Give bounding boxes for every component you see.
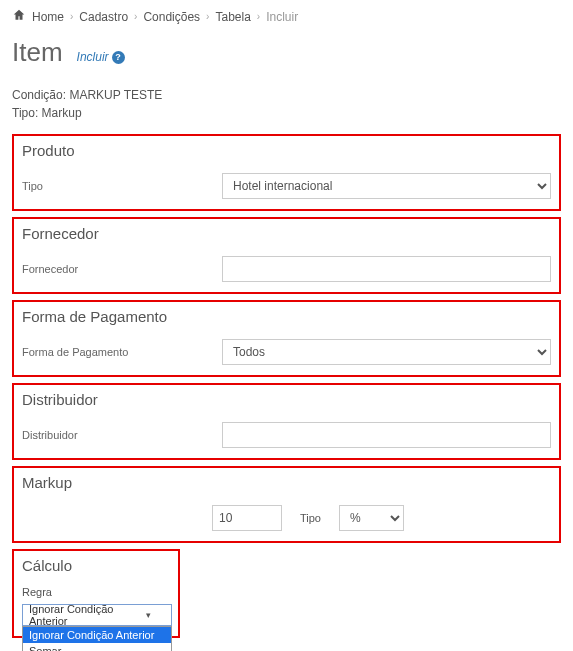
regra-label: Regra — [22, 586, 170, 598]
regra-option-1[interactable]: Somar — [23, 643, 171, 651]
panel-calculo-title: Cálculo — [22, 557, 170, 574]
panel-fornecedor-title: Fornecedor — [22, 225, 551, 242]
breadcrumb-cadastro[interactable]: Cadastro — [79, 10, 128, 24]
fornecedor-input[interactable] — [222, 256, 551, 282]
breadcrumb: Home › Cadastro › Condições › Tabela › I… — [12, 8, 561, 25]
breadcrumb-home[interactable]: Home — [32, 10, 64, 24]
regra-dropdown: Ignorar Condição Anterior Somar Ignorar … — [22, 626, 172, 651]
panel-produto-title: Produto — [22, 142, 551, 159]
panel-distribuidor-title: Distribuidor — [22, 391, 551, 408]
chevron-right-icon: › — [70, 11, 73, 22]
page-subtitle: Incluir ? — [77, 50, 125, 64]
panel-produto: Produto Tipo Hotel internacional — [12, 134, 561, 211]
pagamento-label: Forma de Pagamento — [22, 346, 212, 358]
panel-fornecedor: Fornecedor Fornecedor — [12, 217, 561, 294]
chevron-right-icon: › — [134, 11, 137, 22]
page-title: Item — [12, 37, 63, 68]
produto-tipo-select[interactable]: Hotel internacional — [222, 173, 551, 199]
regra-select[interactable]: Ignorar Condição Anterior ▾ — [22, 604, 172, 626]
info-condicao-value: MARKUP TESTE — [69, 88, 162, 102]
regra-option-0[interactable]: Ignorar Condição Anterior — [23, 627, 171, 643]
panel-markup: Markup Tipo % — [12, 466, 561, 543]
distribuidor-input[interactable] — [222, 422, 551, 448]
info-tipo-label: Tipo: — [12, 106, 38, 120]
info-condicao-label: Condição: — [12, 88, 66, 102]
panel-calculo: Cálculo Regra Ignorar Condição Anterior … — [12, 549, 180, 638]
produto-tipo-label: Tipo — [22, 180, 212, 192]
info-tipo: Tipo: Markup — [12, 104, 561, 122]
chevron-right-icon: › — [257, 11, 260, 22]
page-header: Item Incluir ? — [12, 37, 561, 68]
breadcrumb-tabela[interactable]: Tabela — [215, 10, 250, 24]
fornecedor-label: Fornecedor — [22, 263, 212, 275]
panel-pagamento-title: Forma de Pagamento — [22, 308, 551, 325]
panel-pagamento: Forma de Pagamento Forma de Pagamento To… — [12, 300, 561, 377]
markup-tipo-select[interactable]: % — [339, 505, 404, 531]
markup-tipo-label: Tipo — [300, 512, 321, 524]
markup-value-input[interactable] — [212, 505, 282, 531]
distribuidor-label: Distribuidor — [22, 429, 212, 441]
breadcrumb-condicoes[interactable]: Condições — [143, 10, 200, 24]
chevron-down-icon: ▾ — [146, 610, 151, 620]
panel-distribuidor: Distribuidor Distribuidor — [12, 383, 561, 460]
panel-markup-title: Markup — [22, 474, 551, 491]
subtitle-text: Incluir — [77, 50, 109, 64]
regra-select-value: Ignorar Condição Anterior — [29, 603, 146, 627]
chevron-right-icon: › — [206, 11, 209, 22]
info-tipo-value: Markup — [42, 106, 82, 120]
home-icon[interactable] — [12, 8, 26, 25]
breadcrumb-incluir: Incluir — [266, 10, 298, 24]
info-block: Condição: MARKUP TESTE Tipo: Markup — [12, 86, 561, 122]
pagamento-select[interactable]: Todos — [222, 339, 551, 365]
help-icon[interactable]: ? — [112, 51, 125, 64]
info-condicao: Condição: MARKUP TESTE — [12, 86, 561, 104]
